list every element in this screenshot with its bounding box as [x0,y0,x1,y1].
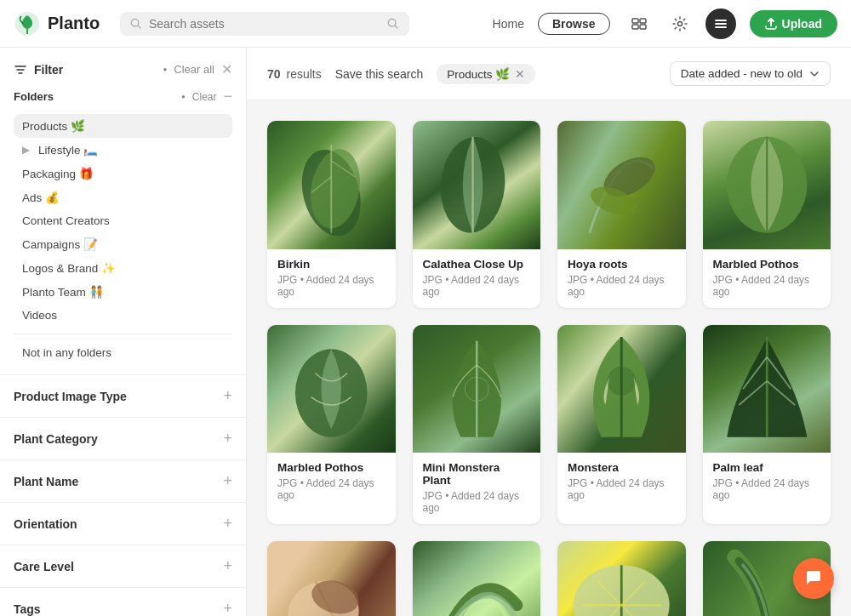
asset-card[interactable]: Palm leaf JPG • Added 24 days ago [703,325,831,525]
asset-thumbnail [267,121,396,249]
folder-item-videos[interactable]: Videos [14,304,232,327]
plant-svg [557,121,686,249]
expand-plant-category-icon: + [223,430,232,448]
asset-card[interactable]: Mini Monstera Plant JPG • Added 24 days … [413,325,541,525]
asset-card[interactable]: Marbled Pothos JPG • Added 24 days ago [267,325,396,525]
folder-item-ads[interactable]: Ads 💰 [14,185,232,209]
asset-thumbnail [413,325,541,453]
folders-header: Folders ● Clear − [14,88,232,106]
search-input[interactable] [149,17,380,31]
folder-item-planto-team[interactable]: Planto Team 🧑‍🤝‍🧑 [14,280,232,304]
plant-svg [557,541,686,616]
plant-svg [413,541,541,616]
expand-orientation-icon: + [223,515,232,533]
asset-thumbnail [267,325,396,453]
folder-item-logos[interactable]: Logos & Brand ✨ [14,256,232,280]
results-header: 70 results Save this search Products 🌿 ✕… [247,48,851,100]
asset-grid: Birkin JPG • Added 24 days ago Calathea … [247,100,851,616]
filter-section-care-level[interactable]: Care Level + [0,545,246,587]
sidebar-divider [14,334,232,334]
asset-card[interactable]: JPG • Added 24 days ago [267,541,396,616]
folder-item-content-creators[interactable]: Content Creators [14,209,232,232]
asset-card[interactable]: Hoya roots JPG • Added 24 days ago [557,121,686,308]
filter-section-plant-name[interactable]: Plant Name + [0,459,246,502]
menu-icon-btn[interactable] [705,9,736,39]
expand-plant-name-icon: + [223,472,232,490]
logo-icon [14,10,41,37]
asset-thumbnail [557,325,686,453]
asset-info: Marbled Pothos JPG • Added 24 days ago [703,249,831,308]
save-search-btn[interactable]: Save this search [335,67,424,81]
asset-info: Mini Monstera Plant JPG • Added 24 days … [413,453,541,524]
asset-thumbnail [413,121,541,249]
gallery-icon-btn[interactable] [624,9,654,39]
asset-card[interactable]: Monstera JPG • Added 24 days ago [557,325,686,525]
asset-thumbnail [703,325,831,453]
search-icon [130,17,142,31]
nav-browse[interactable]: Browse [538,13,610,35]
asset-info: Birkin JPG • Added 24 days ago [267,249,396,308]
clear-all-btn[interactable]: Clear all [174,63,214,76]
upload-icon [765,18,777,30]
plant-svg [413,121,541,249]
filter-section-tags[interactable]: Tags + [0,587,246,616]
filter-icon [14,63,27,77]
sort-dropdown[interactable]: Date added - new to old [670,61,831,86]
expand-tags-icon: + [223,600,232,616]
header-nav: Home Browse [493,9,837,39]
folder-item-products[interactable]: Products 🌿 [14,114,232,138]
folder-item-lifestyle[interactable]: ▶ Lifestyle 🛏️ [14,138,232,162]
sidebar-close-btn[interactable]: ✕ [221,61,232,77]
folder-item-packaging[interactable]: Packaging 🎁 [14,162,232,185]
asset-thumbnail [703,121,831,249]
folder-item-not-in-folders[interactable]: Not in any folders [14,341,232,364]
gallery-icon [631,15,648,32]
svg-point-28 [607,366,636,395]
svg-rect-6 [640,19,646,23]
chat-icon [804,569,823,588]
plant-svg [703,121,831,249]
plant-svg [267,541,396,616]
results-count: 70 results [267,67,322,81]
logo[interactable]: Planto [14,10,100,37]
asset-info: Hoya roots JPG • Added 24 days ago [557,249,686,308]
filter-section-product-image-type[interactable]: Product Image Type + [0,374,246,417]
header-icons [624,9,736,39]
expand-product-image-type-icon: + [223,387,232,405]
menu-icon [712,15,729,32]
plant-svg [267,121,396,249]
app-header: Planto Home Browse [0,0,851,48]
filter-header: Filter ● Clear all ✕ [0,48,246,88]
folders-clear-btn[interactable]: Clear [192,91,217,103]
asset-card[interactable]: Birkin JPG • Added 24 days ago [267,121,396,308]
filter-section-orientation[interactable]: Orientation + [0,502,246,545]
settings-icon-btn[interactable] [665,9,695,39]
nav-home[interactable]: Home [493,17,524,31]
logo-text: Planto [48,14,100,33]
asset-card[interactable]: Marbled Pothos JPG • Added 24 days ago [703,121,831,308]
asset-card[interactable]: JPG • Added 24 days ago [557,541,686,616]
sidebar: Filter ● Clear all ✕ Folders ● Clear − P… [0,48,247,616]
search-bar[interactable] [120,12,409,36]
asset-card[interactable]: JPG • Added 24 days ago [413,541,541,616]
asset-thumbnail [557,541,686,616]
filter-title: Filter [14,63,63,77]
asset-card[interactable]: Calathea Close Up JPG • Added 24 days ag… [413,121,541,308]
chevron-down-icon [809,69,820,79]
upload-button[interactable]: Upload [750,10,837,37]
chat-button[interactable] [793,558,834,599]
expand-arrow-icon: ▶ [22,144,30,156]
remove-filter-chip-btn[interactable]: ✕ [515,67,525,81]
asset-info: Calathea Close Up JPG • Added 24 days ag… [413,249,541,308]
folders-section: Folders ● Clear − Products 🌿 ▶ Lifestyle… [0,88,246,374]
asset-info: Monstera JPG • Added 24 days ago [557,453,686,511]
plant-svg [267,325,396,453]
folder-item-campaigns[interactable]: Campaigns 📝 [14,232,232,256]
search-submit-icon[interactable] [387,17,399,31]
filter-section-plant-category[interactable]: Plant Category + [0,417,246,459]
main-content: 70 results Save this search Products 🌿 ✕… [247,48,851,616]
svg-line-4 [395,26,397,28]
folders-collapse-btn[interactable]: − [223,88,232,106]
asset-thumbnail [267,541,396,616]
svg-rect-7 [632,25,638,29]
